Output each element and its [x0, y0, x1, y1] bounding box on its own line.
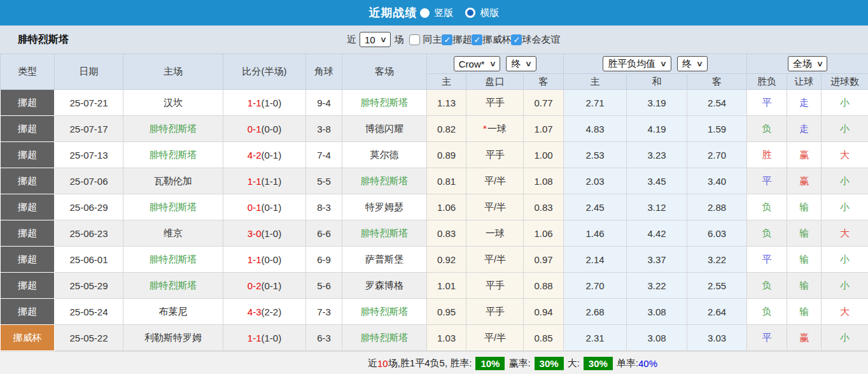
filter-checkbox-挪威杯[interactable]: ✓挪威杯	[472, 34, 511, 46]
cell-avg-away-odds: 6.03	[687, 220, 747, 247]
period-select-value: 全场	[793, 58, 812, 70]
line-text: 一球	[486, 227, 505, 238]
result-group-header: 全场 ∨	[747, 54, 868, 74]
cell-date: 25-07-21	[55, 90, 123, 116]
cell-handicap-result: 赢	[787, 168, 822, 194]
subcol-ah-away: 客	[524, 74, 564, 90]
cell-ah-line: 平/半	[466, 247, 524, 273]
line-text: 平手	[486, 306, 505, 317]
wdl-average-value: 胜平负均值	[608, 58, 655, 70]
fulltime-score: 1-1	[248, 333, 262, 343]
fulltime-score: 0-1	[248, 124, 262, 134]
table-row: 挪超 25-05-29 腓特烈斯塔 0-2(0-1) 5-6 罗森博格 1.01…	[1, 273, 868, 299]
cell-away-team: 腓特烈斯塔	[342, 299, 427, 325]
cell-ah-home-odds: 0.81	[427, 168, 466, 194]
cell-ah-line: 一球	[466, 220, 524, 247]
table-row: 挪超 25-06-23 维京 3-0(1-0) 6-6 腓特烈斯塔 0.83 一…	[1, 220, 868, 247]
cell-wdl-result: 负	[747, 273, 787, 299]
cell-avg-home-odds: 2.70	[564, 273, 627, 299]
cell-handicap-result: 赢	[787, 142, 822, 168]
checkbox-checked-icon[interactable]: ✓	[442, 34, 452, 45]
filter-checkbox-球会友谊[interactable]: ✓球会友谊	[511, 34, 560, 46]
cell-score: 1-1(1-1)	[223, 168, 306, 194]
cell-home-team: 腓特烈斯塔	[123, 142, 223, 168]
summary-prefix: 近	[368, 357, 377, 370]
cell-corners: 6-3	[306, 325, 342, 351]
cell-handicap-result: 输	[787, 194, 822, 220]
subcol-wdl: 胜负	[747, 74, 787, 90]
cell-corners: 6-6	[306, 220, 342, 247]
period-select[interactable]: 全场 ∨	[788, 56, 828, 71]
checkbox-checked-icon[interactable]: ✓	[472, 34, 482, 45]
subcol-goals-result: 进球数	[822, 74, 868, 90]
chevron-down-icon: ∨	[379, 36, 386, 43]
match-count-select[interactable]: 10 ∨	[360, 32, 391, 47]
filter-bar: 腓特烈斯塔 近 10 ∨ 场 同主✓挪超✓挪威杯✓球会友谊	[0, 25, 868, 54]
handicap-time-select[interactable]: 终 ∨	[506, 56, 536, 71]
cell-ah-away-odds: 0.77	[524, 90, 564, 116]
cell-league-type: 挪威杯	[1, 325, 55, 351]
page-title: 近期战绩	[369, 5, 417, 20]
cell-league-type: 挪超	[1, 299, 55, 325]
cell-avg-draw-odds: 3.37	[627, 247, 687, 273]
cell-handicap-result: 赢	[787, 325, 822, 351]
subcol-avg-home: 主	[564, 74, 627, 90]
cell-league-type: 挪超	[1, 142, 55, 168]
cell-avg-draw-odds: 3.45	[627, 168, 687, 194]
fulltime-score: 4-3	[248, 306, 262, 317]
cell-goals-result: 小	[822, 116, 868, 142]
cell-avg-draw-odds: 3.22	[627, 273, 687, 299]
cell-avg-draw-odds: 3.12	[627, 194, 687, 220]
cell-avg-away-odds: 2.70	[687, 142, 747, 168]
wdl-average-group-header: 胜平负均值 ∨ 终 ∨	[564, 54, 747, 74]
radio-vertical-label[interactable]: 竖版	[435, 7, 454, 19]
cell-home-team: 腓特烈斯塔	[123, 194, 223, 220]
filter-checkbox-同主[interactable]: 同主	[407, 34, 442, 46]
filter-checkboxes: 同主✓挪超✓挪威杯✓球会友谊	[407, 34, 560, 46]
big-rate-label: 大:	[568, 357, 580, 370]
single-rate-value: 40%	[638, 358, 657, 369]
checkbox-checked-icon[interactable]: ✓	[511, 34, 522, 45]
cell-away-team: 腓特烈斯塔	[342, 325, 427, 351]
cell-avg-home-odds: 2.31	[564, 325, 627, 351]
cell-home-team: 腓特烈斯塔	[123, 273, 223, 299]
wdl-time-select[interactable]: 终 ∨	[677, 56, 708, 71]
cell-handicap-result: 走	[787, 116, 822, 142]
cell-avg-draw-odds: 4.42	[627, 220, 687, 247]
cell-avg-away-odds: 2.54	[687, 90, 747, 116]
col-header-date: 日期	[55, 54, 123, 90]
cell-away-team: 罗森博格	[342, 273, 427, 299]
table-row: 挪威杯 25-05-22 利勒斯特罗姆 1-1(1-0) 6-3 腓特烈斯塔 1…	[1, 325, 868, 351]
filter-checkbox-label: 同主	[423, 34, 442, 46]
cell-avg-away-odds: 2.64	[687, 299, 747, 325]
filter-checkbox-label: 球会友谊	[522, 34, 560, 46]
cell-wdl-result: 负	[747, 194, 787, 220]
halftime-score: (0-1)	[262, 280, 282, 291]
cell-avg-draw-odds: 3.08	[627, 325, 687, 351]
cell-ah-home-odds: 1.13	[427, 90, 466, 116]
summary-bar: 近10场,胜1平4负5, 胜率: 10% 赢率: 30% 大: 30% 单率: …	[0, 351, 868, 374]
cell-home-team: 汉坎	[123, 90, 223, 116]
radio-vertical-layout[interactable]	[420, 8, 430, 18]
cell-league-type: 挪超	[1, 194, 55, 220]
cell-date: 25-06-23	[55, 220, 123, 247]
filter-checkbox-挪超[interactable]: ✓挪超	[442, 34, 472, 46]
table-row: 挪超 25-07-06 瓦勒伦加 1-1(1-1) 5-5 腓特烈斯塔 0.81…	[1, 168, 868, 194]
col-header-away: 客场	[342, 54, 427, 90]
checkbox-unchecked-icon[interactable]	[409, 34, 420, 45]
cell-goals-result: 小	[822, 325, 868, 351]
cell-wdl-result: 平	[747, 90, 787, 116]
radio-horizontal-layout[interactable]	[465, 8, 475, 18]
chevron-down-icon: ∨	[660, 60, 667, 68]
cell-wdl-result: 负	[747, 299, 787, 325]
cell-ah-line: 平手	[466, 273, 524, 299]
cell-ah-line: 平手	[466, 142, 524, 168]
cell-handicap-result: 输	[787, 273, 822, 299]
wdl-average-select[interactable]: 胜平负均值 ∨	[603, 56, 671, 71]
bookmaker-select[interactable]: Crow* ∨	[454, 56, 501, 71]
topbar: 近期战绩 竖版 横版	[0, 0, 868, 25]
radio-horizontal-label[interactable]: 横版	[480, 7, 500, 19]
subcol-handicap-result: 让球	[787, 74, 822, 90]
halftime-score: (0-1)	[262, 202, 282, 213]
cell-score: 4-2(0-1)	[223, 142, 306, 168]
